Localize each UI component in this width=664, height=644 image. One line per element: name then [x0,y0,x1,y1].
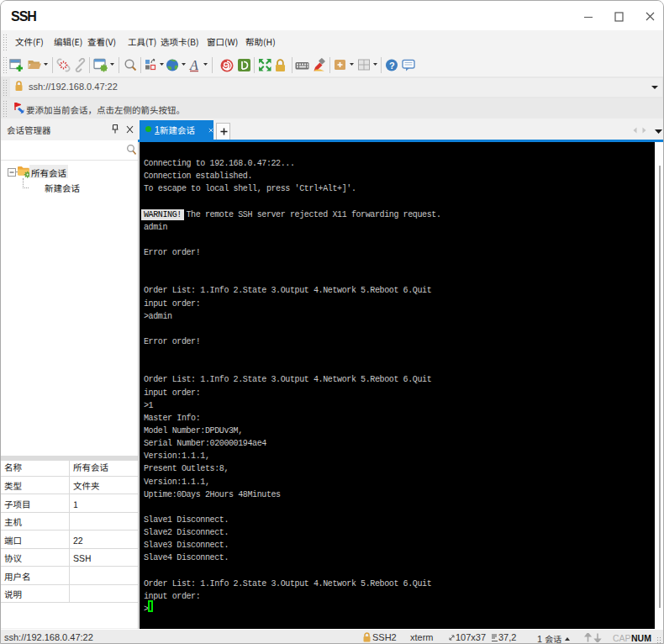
svg-text:?: ? [389,61,395,71]
svg-text:A: A [189,58,198,72]
